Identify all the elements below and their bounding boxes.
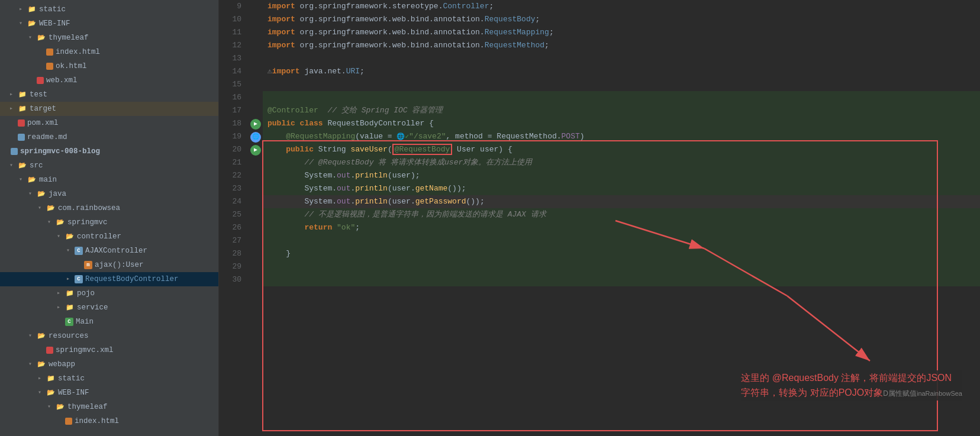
sidebar-item-label: Main <box>76 316 94 328</box>
gutter-run-icon-2[interactable]: ▶ <box>250 145 261 156</box>
sidebar-item-static-2[interactable]: 📁 static <box>0 372 218 386</box>
sidebar-item-label: java <box>49 188 66 200</box>
line-gutter: ▶ <box>249 143 263 156</box>
sidebar-item-label: static <box>58 373 85 385</box>
sidebar-item-springmvc-xml[interactable]: springmvc.xml <box>0 343 218 357</box>
sidebar-item-label: resources <box>49 330 89 342</box>
sidebar-item-label: springmvc <box>67 217 108 228</box>
line-content: System.out.println(user); <box>263 169 980 182</box>
sidebar-item-target[interactable]: 📁 target <box>0 102 218 116</box>
arrow-icon <box>38 202 46 214</box>
code-line-20: 20 ▶ public String saveUser(@RequestBody… <box>219 143 980 156</box>
line-number: 17 <box>219 104 249 117</box>
file-tree[interactable]: 📁 static 📂 WEB-INF 📂 thymeleaf index.htm… <box>0 0 219 436</box>
class-icon: C <box>75 275 83 283</box>
arrow-icon <box>47 217 56 228</box>
line-content: // @RequestBody 将 将请求体转换成user对象。在方法上使用 <box>263 156 980 169</box>
code-line-24: 24 System.out.println(user.getPassword()… <box>219 195 980 208</box>
line-content: import org.springframework.web.bind.anno… <box>263 39 980 52</box>
arrow-icon <box>66 273 75 285</box>
code-line-18: 18 ▶ public class RequestBodyController … <box>219 117 980 130</box>
folder-open-icon: 📂 <box>65 232 75 241</box>
sidebar-item-index-html-2[interactable]: index.html <box>0 414 218 428</box>
sidebar-item-service[interactable]: 📁 service <box>0 301 218 315</box>
folder-open-icon: 📂 <box>37 189 46 199</box>
line-number: 12 <box>219 39 249 52</box>
gutter-mapping-icon[interactable]: 🌐 <box>250 132 261 143</box>
sidebar-item-web-xml[interactable]: web.xml <box>0 73 218 88</box>
sidebar-item-ok-html[interactable]: ok.html <box>0 59 218 73</box>
sidebar-item-com-rainbowsea[interactable]: 📂 com.rainbowsea <box>0 201 218 215</box>
sidebar-item-ajax-method[interactable]: m ajax():User <box>0 258 218 272</box>
line-gutter <box>249 221 263 234</box>
line-number: 27 <box>219 234 249 247</box>
folder-icon: 📁 <box>18 90 27 99</box>
sidebar-item-readme[interactable]: readme.md <box>0 130 218 144</box>
line-content: public class RequestBodyController { <box>263 117 980 130</box>
folder-icon: 📁 <box>65 289 75 298</box>
arrow-icon <box>28 188 37 200</box>
line-gutter <box>249 0 263 13</box>
sidebar-item-label: WEB-INF <box>58 387 89 399</box>
sidebar-item-index-html-1[interactable]: index.html <box>0 45 218 59</box>
sidebar-item-pom-xml[interactable]: pom.xml <box>0 116 218 130</box>
code-editor[interactable]: 9 import org.springframework.stereotype.… <box>219 0 980 436</box>
code-line-14: 14 ⚠import java.net.URI; <box>219 65 980 78</box>
sidebar-item-label: index.html <box>56 46 100 58</box>
sidebar-item-static[interactable]: 📁 static <box>0 2 218 17</box>
folder-open-icon: 📂 <box>27 175 37 185</box>
arrow-icon <box>19 4 27 15</box>
line-content: } <box>263 247 980 260</box>
sidebar-item-label: springmvc.xml <box>56 344 114 356</box>
line-gutter <box>249 156 263 169</box>
md-file-icon <box>18 134 25 141</box>
code-line-15: 15 <box>219 78 980 91</box>
line-number: 15 <box>219 78 249 91</box>
sidebar-item-label: target <box>30 103 56 115</box>
line-number: 26 <box>219 221 249 234</box>
sidebar-item-resources[interactable]: 📂 resources <box>0 329 218 343</box>
line-gutter <box>249 234 263 247</box>
sidebar-item-label: controller <box>77 231 121 243</box>
arrow-icon <box>57 302 65 314</box>
sidebar-item-controller[interactable]: 📂 controller <box>0 230 218 244</box>
sidebar-item-web-inf-2[interactable]: 📂 WEB-INF <box>0 386 218 400</box>
line-number: 19 <box>219 130 249 143</box>
sidebar-item-web-inf-1[interactable]: 📂 WEB-INF <box>0 17 218 31</box>
sidebar-item-springmvc[interactable]: 📂 springmvc <box>0 215 218 230</box>
folder-icon: 📁 <box>46 374 56 383</box>
sidebar-item-pojo[interactable]: 📁 pojo <box>0 286 218 301</box>
sidebar-item-webapp[interactable]: 📂 webapp <box>0 357 218 372</box>
html-file-icon <box>46 49 53 56</box>
sidebar-item-src[interactable]: 📂 src <box>0 159 218 173</box>
code-line-9: 9 import org.springframework.stereotype.… <box>219 0 980 13</box>
gutter-run-icon[interactable]: ▶ <box>250 119 261 130</box>
svg-line-3 <box>787 296 870 361</box>
line-gutter <box>249 169 263 182</box>
folder-open-icon: 📂 <box>56 402 65 412</box>
method-icon: m <box>84 261 92 269</box>
arrow-icon <box>28 359 37 370</box>
sidebar-item-test[interactable]: 📁 test <box>0 88 218 102</box>
sidebar-item-ajaxcontroller[interactable]: C AJAXController <box>0 244 218 258</box>
folder-open-icon: 📂 <box>18 161 27 170</box>
line-number: 13 <box>219 52 249 65</box>
line-content: import org.springframework.web.bind.anno… <box>263 26 980 39</box>
sidebar-item-label: pojo <box>77 288 95 299</box>
line-content <box>263 78 980 91</box>
sidebar-item-main-class[interactable]: C Main <box>0 315 218 329</box>
line-gutter <box>249 195 263 208</box>
code-line-11: 11 import org.springframework.web.bind.a… <box>219 26 980 39</box>
sidebar-item-java[interactable]: 📂 java <box>0 187 218 201</box>
sidebar-item-thymeleaf-2[interactable]: 📂 thymeleaf <box>0 400 218 414</box>
arrow-icon <box>47 401 56 413</box>
sidebar-item-requestbodycontroller[interactable]: C RequestBodyController <box>0 272 218 286</box>
sidebar-item-springmvc-008-blog[interactable]: springmvc-008-blog <box>0 144 218 159</box>
arrow-icon <box>57 288 65 299</box>
sidebar-item-label: springmvc-008-blog <box>20 146 100 157</box>
line-content: ⚠import java.net.URI; <box>263 65 980 78</box>
sidebar-item-thymeleaf-1[interactable]: 📂 thymeleaf <box>0 31 218 45</box>
line-number: 14 <box>219 65 249 78</box>
sidebar-item-main[interactable]: 📂 main <box>0 173 218 187</box>
code-line-12: 12 import org.springframework.web.bind.a… <box>219 39 980 52</box>
